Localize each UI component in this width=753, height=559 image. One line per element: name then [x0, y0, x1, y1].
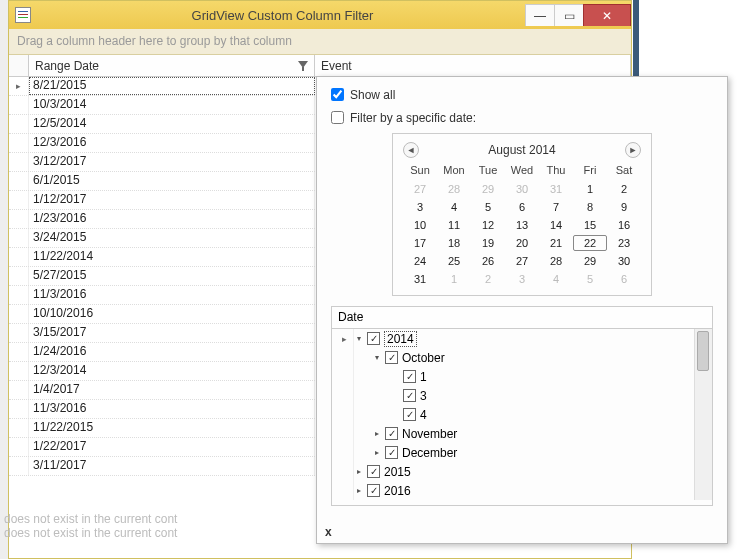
tree-checkbox[interactable]: ✓	[403, 408, 416, 421]
calendar-month-label[interactable]: August 2014	[488, 143, 555, 157]
range-date-cell[interactable]: 3/24/2015	[29, 229, 315, 247]
tree-row[interactable]: ✓1	[332, 367, 694, 386]
filter-specific-checkbox[interactable]	[331, 111, 344, 124]
calendar-day[interactable]: 29	[471, 181, 505, 197]
calendar-day[interactable]: 2	[607, 181, 641, 197]
range-date-cell[interactable]: 11/3/2016	[29, 400, 315, 418]
close-button[interactable]: ✕	[583, 4, 631, 26]
tree-row[interactable]: ▸✓December	[332, 443, 694, 462]
calendar-day[interactable]: 18	[437, 235, 471, 251]
range-date-cell[interactable]: 8/21/2015	[29, 77, 315, 95]
expander-icon[interactable]: ▾	[354, 334, 364, 344]
tree-row[interactable]: ▸✓2015	[332, 462, 694, 481]
group-panel[interactable]: Drag a column header here to group by th…	[9, 29, 631, 55]
calendar-day[interactable]: 31	[539, 181, 573, 197]
calendar-day[interactable]: 22	[573, 235, 607, 251]
calendar-day[interactable]: 7	[539, 199, 573, 215]
calendar-day[interactable]: 1	[573, 181, 607, 197]
calendar-day[interactable]: 14	[539, 217, 573, 233]
range-date-cell[interactable]: 1/12/2017	[29, 191, 315, 209]
scrollbar[interactable]	[694, 329, 712, 500]
range-date-cell[interactable]: 3/11/2017	[29, 457, 315, 475]
range-date-cell[interactable]: 12/5/2014	[29, 115, 315, 133]
calendar-day[interactable]: 13	[505, 217, 539, 233]
column-header-range-date[interactable]: Range Date	[29, 55, 315, 76]
column-header-event[interactable]: Event	[315, 55, 631, 76]
calendar-day[interactable]: 28	[539, 253, 573, 269]
minimize-button[interactable]: —	[525, 4, 555, 26]
calendar-day[interactable]: 3	[505, 271, 539, 287]
calendar-day[interactable]: 5	[471, 199, 505, 215]
scrollbar-thumb[interactable]	[697, 331, 709, 371]
tree-checkbox[interactable]: ✓	[385, 351, 398, 364]
range-date-cell[interactable]: 12/3/2016	[29, 134, 315, 152]
tree-row[interactable]: ▸✓November	[332, 424, 694, 443]
range-date-cell[interactable]: 12/3/2014	[29, 362, 315, 380]
calendar-day[interactable]: 27	[505, 253, 539, 269]
range-date-cell[interactable]: 1/24/2016	[29, 343, 315, 361]
calendar-day[interactable]: 23	[607, 235, 641, 251]
calendar-day[interactable]: 27	[403, 181, 437, 197]
titlebar[interactable]: GridView Custom Column Filter — ▭ ✕	[9, 1, 631, 29]
tree-checkbox[interactable]: ✓	[367, 332, 380, 345]
show-all-option[interactable]: Show all	[327, 85, 717, 104]
calendar-day[interactable]: 4	[539, 271, 573, 287]
range-date-cell[interactable]: 5/27/2015	[29, 267, 315, 285]
filter-tree[interactable]: ▸▾✓2014▾✓October✓1✓3✓4▸✓November▸✓Decemb…	[332, 329, 694, 500]
tree-row[interactable]: ▸✓2016	[332, 481, 694, 500]
tree-row[interactable]: ▾✓October	[332, 348, 694, 367]
range-date-cell[interactable]: 1/4/2017	[29, 381, 315, 399]
calendar-day[interactable]: 25	[437, 253, 471, 269]
calendar-day[interactable]: 3	[403, 199, 437, 215]
filter-grid-header[interactable]: Date	[332, 307, 712, 329]
tree-checkbox[interactable]: ✓	[385, 446, 398, 459]
range-date-cell[interactable]: 11/22/2014	[29, 248, 315, 266]
calendar-day[interactable]: 8	[573, 199, 607, 215]
calendar-day[interactable]: 24	[403, 253, 437, 269]
calendar-day[interactable]: 30	[505, 181, 539, 197]
tree-row[interactable]: ▸▾✓2014	[332, 329, 694, 348]
expander-icon[interactable]: ▾	[372, 353, 382, 363]
range-date-cell[interactable]: 11/22/2015	[29, 419, 315, 437]
expander-icon[interactable]: ▸	[354, 467, 364, 477]
tree-checkbox[interactable]: ✓	[403, 389, 416, 402]
calendar-day[interactable]: 20	[505, 235, 539, 251]
calendar-day[interactable]: 26	[471, 253, 505, 269]
calendar-day[interactable]: 4	[437, 199, 471, 215]
calendar-day[interactable]: 6	[505, 199, 539, 215]
tree-checkbox[interactable]: ✓	[403, 370, 416, 383]
calendar-day[interactable]: 10	[403, 217, 437, 233]
range-date-cell[interactable]: 3/15/2017	[29, 324, 315, 342]
range-date-cell[interactable]: 1/23/2016	[29, 210, 315, 228]
calendar-day[interactable]: 15	[573, 217, 607, 233]
show-all-checkbox[interactable]	[331, 88, 344, 101]
range-date-cell[interactable]: 10/3/2014	[29, 96, 315, 114]
expander-icon[interactable]: ▸	[372, 448, 382, 458]
calendar-day[interactable]: 9	[607, 199, 641, 215]
filter-specific-option[interactable]: Filter by a specific date:	[327, 108, 717, 127]
calendar-day[interactable]: 5	[573, 271, 607, 287]
range-date-cell[interactable]: 10/10/2016	[29, 305, 315, 323]
filter-icon[interactable]	[298, 61, 308, 71]
calendar-day[interactable]: 16	[607, 217, 641, 233]
range-date-cell[interactable]: 6/1/2015	[29, 172, 315, 190]
maximize-button[interactable]: ▭	[554, 4, 584, 26]
popup-close-x[interactable]: x	[325, 525, 332, 539]
calendar-day[interactable]: 11	[437, 217, 471, 233]
calendar-day[interactable]: 2	[471, 271, 505, 287]
tree-row[interactable]: ✓4	[332, 405, 694, 424]
calendar-prev-button[interactable]: ◄	[403, 142, 419, 158]
calendar-day[interactable]: 30	[607, 253, 641, 269]
tree-checkbox[interactable]: ✓	[367, 465, 380, 478]
expander-icon[interactable]: ▸	[354, 486, 364, 496]
calendar-next-button[interactable]: ►	[625, 142, 641, 158]
calendar-day[interactable]: 28	[437, 181, 471, 197]
range-date-cell[interactable]: 3/12/2017	[29, 153, 315, 171]
tree-checkbox[interactable]: ✓	[367, 484, 380, 497]
range-date-cell[interactable]: 1/22/2017	[29, 438, 315, 456]
tree-checkbox[interactable]: ✓	[385, 427, 398, 440]
calendar-day[interactable]: 21	[539, 235, 573, 251]
tree-row[interactable]: ✓3	[332, 386, 694, 405]
calendar-day[interactable]: 1	[437, 271, 471, 287]
calendar-day[interactable]: 12	[471, 217, 505, 233]
